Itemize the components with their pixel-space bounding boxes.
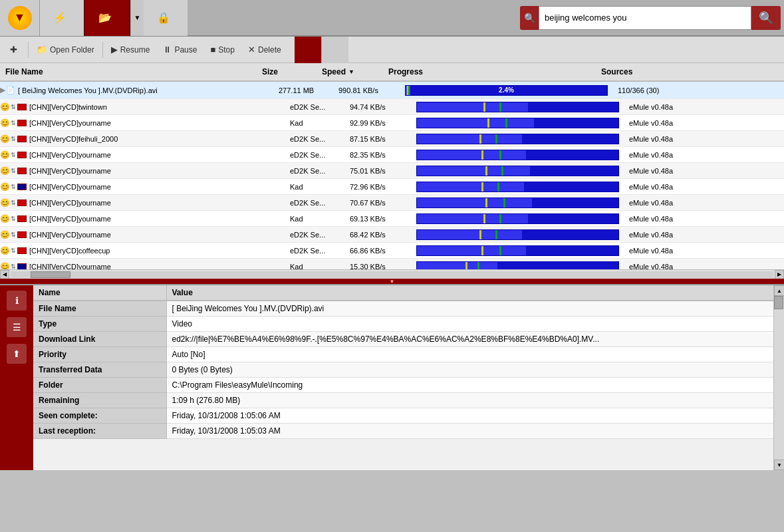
download-dropdown-arrow[interactable]: ▼ bbox=[130, 0, 144, 36]
header-filename[interactable]: File Name bbox=[0, 67, 259, 76]
flag-cn-icon bbox=[17, 104, 27, 110]
resume-icon: ▶ bbox=[111, 45, 118, 55]
detail-field-name: Transferred Data bbox=[33, 362, 166, 378]
status-smiley-icon: 😊 bbox=[0, 262, 10, 270]
toolbar: ✚ 📁 Open Folder ▶ Resume ⏸ Pause ■ Stop … bbox=[0, 37, 784, 63]
table-row[interactable]: 😊⇅ [CHN][VeryCD]yourname Kad 15.30 KB/s … bbox=[0, 259, 784, 269]
cell-progress bbox=[414, 245, 626, 256]
search-button[interactable]: 🔍 bbox=[751, 6, 781, 30]
cell-size: eD2K Se... bbox=[287, 151, 347, 159]
cell-progress bbox=[414, 229, 626, 240]
cell-filename: [CHN][VeryCD]yourname bbox=[28, 151, 287, 159]
row-icons: 😊⇅ bbox=[0, 166, 27, 176]
flag-cn-icon bbox=[17, 152, 27, 158]
header-progress[interactable]: Progress bbox=[386, 67, 598, 76]
detail-field-name: Priority bbox=[33, 347, 166, 362]
share-nav-button[interactable]: 🔒 bbox=[144, 0, 188, 36]
cell-size: 277.11 MB bbox=[276, 86, 336, 94]
cell-size: eD2K Se... bbox=[287, 231, 347, 239]
table-row[interactable]: 😊⇅ [CHN][VeryCD]yourname Kad 72.96 KB/s … bbox=[0, 179, 784, 195]
details-row: Priority Auto [No] bbox=[33, 347, 773, 362]
status-smiley-icon: 😊 bbox=[0, 182, 10, 192]
info-icon[interactable]: ℹ bbox=[7, 291, 27, 311]
detail-field-name: Download Link bbox=[33, 332, 166, 347]
list-icon[interactable]: ☰ bbox=[7, 317, 27, 337]
cell-sources: eMule v0.48a bbox=[626, 263, 784, 270]
cell-progress bbox=[414, 134, 626, 144]
cell-filename: [CHN][VeryCD]yourname bbox=[28, 199, 287, 207]
table-row[interactable]: 😊⇅ [CHN][VeryCD]yourname eD2K Se... 82.3… bbox=[0, 147, 784, 163]
flag-cn-icon bbox=[17, 136, 27, 142]
cell-size: Kad bbox=[287, 119, 347, 127]
h-scroll-left-btn[interactable]: ◀ bbox=[0, 270, 9, 279]
detail-field-name: Seen complete: bbox=[33, 408, 166, 424]
pause-button[interactable]: ⏸ Pause bbox=[156, 39, 203, 61]
header-sources[interactable]: Sources bbox=[598, 67, 773, 76]
open-folder-button[interactable]: 📁 Open Folder bbox=[30, 39, 101, 61]
panel-divider[interactable]: ▼ bbox=[0, 279, 784, 284]
h-scroll-thumb[interactable] bbox=[31, 271, 70, 278]
cell-size: Kad bbox=[287, 263, 347, 270]
table-row[interactable]: 😊⇅ [CHN][VeryCD]yourname Kad 92.99 KB/s … bbox=[0, 115, 784, 131]
v-scroll-down-btn[interactable]: ▼ bbox=[774, 460, 784, 470]
table-row[interactable]: ▶📄 [ BeiJing Welcomes You ].MV.(DVDRip).… bbox=[0, 82, 784, 99]
v-scroll-up-btn[interactable]: ▲ bbox=[774, 285, 784, 296]
row-icons: 😊⇅ bbox=[0, 182, 27, 192]
file-table: File Name Size Speed ▼ Progress Sources … bbox=[0, 63, 784, 269]
delete-label: Delete bbox=[258, 45, 281, 55]
header-size[interactable]: Size bbox=[259, 67, 319, 76]
detail-field-value: 0 Bytes (0 Bytes) bbox=[166, 362, 773, 378]
table-row[interactable]: 😊⇅ [CHN][VeryCD]yourname eD2K Se... 70.6… bbox=[0, 195, 784, 211]
tab-downloading[interactable] bbox=[295, 37, 321, 63]
cell-progress bbox=[414, 102, 626, 112]
table-row[interactable]: 😊⇅ [CHN][VeryCD]feihuli_2000 eD2K Se... … bbox=[0, 131, 784, 147]
h-scroll-track bbox=[11, 271, 773, 278]
table-row[interactable]: 😊⇅ [CHN][VeryCD]twintown eD2K Se... 94.7… bbox=[0, 99, 784, 115]
cell-sources: 110/366 (30) bbox=[615, 86, 784, 94]
resource-nav-button[interactable]: ⚡ bbox=[40, 0, 84, 36]
logo-button[interactable]: ▼ bbox=[0, 0, 40, 36]
search-input[interactable] bbox=[539, 6, 751, 30]
status-smiley-icon: 😊 bbox=[0, 102, 10, 112]
detail-field-name: Type bbox=[33, 317, 166, 332]
cell-size: eD2K Se... bbox=[287, 135, 347, 143]
pause-label: Pause bbox=[174, 45, 197, 55]
stop-button[interactable]: ■ Stop bbox=[203, 39, 241, 61]
resume-label: Resume bbox=[120, 45, 150, 55]
h-scroll-right-btn[interactable]: ▶ bbox=[775, 270, 784, 279]
tab-completed[interactable] bbox=[321, 37, 348, 63]
status-smiley-icon: 😊 bbox=[0, 118, 10, 128]
cell-filename: [CHN][VeryCD]yourname bbox=[28, 183, 287, 191]
download-nav-button[interactable]: 📂 bbox=[84, 0, 130, 36]
details-row: Last reception: Friday, 10/31/2008 1:05:… bbox=[33, 424, 773, 439]
link-arrows-icon: ⇅ bbox=[11, 184, 16, 190]
table-row[interactable]: 😊⇅ [CHN][VeryCD]yourname eD2K Se... 68.4… bbox=[0, 227, 784, 243]
progress-bar bbox=[416, 134, 619, 144]
cell-progress bbox=[414, 213, 626, 224]
status-smiley-icon: 😊 bbox=[0, 230, 10, 239]
v-scroll-thumb[interactable] bbox=[774, 296, 783, 309]
detail-field-name: Remaining bbox=[33, 393, 166, 408]
table-row[interactable]: 😊⇅ [CHN][VeryCD]yourname eD2K Se... 75.0… bbox=[0, 163, 784, 179]
resource-icon: ⚡ bbox=[53, 11, 66, 24]
sort-icon: ▼ bbox=[348, 68, 354, 75]
cell-speed: 87.15 KB/s bbox=[347, 135, 414, 143]
new-button[interactable]: ✚ bbox=[3, 39, 27, 61]
table-row[interactable]: 😊⇅ [CHN][VeryCD]yourname Kad 69.13 KB/s … bbox=[0, 211, 784, 227]
cell-sources: eMule v0.48a bbox=[626, 135, 784, 143]
header-speed[interactable]: Speed ▼ bbox=[319, 67, 386, 76]
cell-size: eD2K Se... bbox=[287, 103, 347, 111]
cell-speed: 72.96 KB/s bbox=[347, 183, 414, 191]
delete-button[interactable]: ✕ Delete bbox=[241, 39, 288, 61]
resume-button[interactable]: ▶ Resume bbox=[104, 39, 157, 61]
detail-field-value: C:\Program Files\easyMule\Incoming bbox=[166, 378, 773, 393]
link-arrows-icon: ⇅ bbox=[11, 152, 16, 158]
upload-icon[interactable]: ⬆ bbox=[7, 344, 27, 364]
flag-au-icon bbox=[17, 263, 27, 270]
link-arrows-icon: ⇅ bbox=[11, 263, 16, 270]
cell-filename: [CHN][VeryCD]twintown bbox=[28, 103, 287, 111]
cell-size: eD2K Se... bbox=[287, 247, 347, 255]
cell-filename: [ BeiJing Welcomes You ].MV.(DVDRip).avi bbox=[17, 86, 276, 94]
table-row[interactable]: 😊⇅ [CHN][VeryCD]coffeecup eD2K Se... 66.… bbox=[0, 243, 784, 259]
row-file-icon: 📄 bbox=[6, 86, 15, 94]
